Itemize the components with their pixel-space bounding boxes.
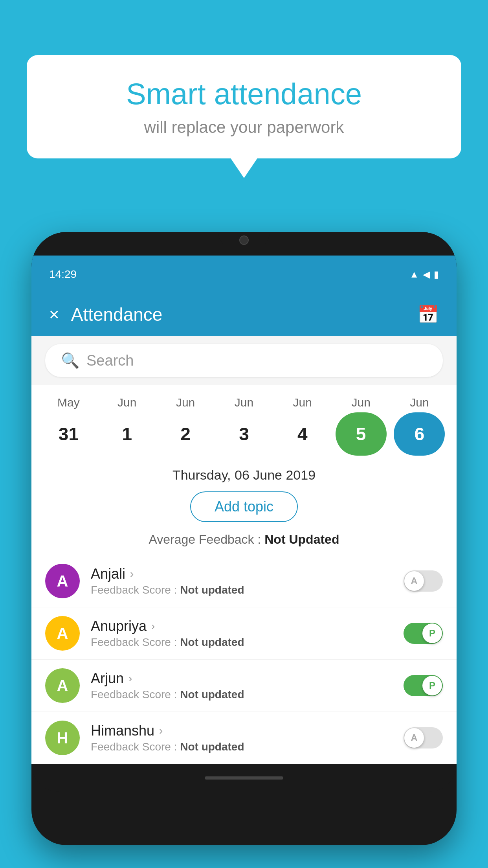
add-topic-container: Add topic bbox=[31, 487, 457, 529]
calendar-date-0[interactable]: 31 bbox=[43, 412, 94, 456]
search-icon: 🔍 bbox=[61, 352, 79, 369]
student-item-3: H Himanshu › Feedback Score : Not update… bbox=[31, 712, 457, 764]
app-bar: × Attendance 📅 bbox=[31, 293, 457, 336]
student-feedback-2: Feedback Score : Not updated bbox=[91, 688, 404, 701]
phone-top-border bbox=[31, 232, 457, 256]
attendance-toggle-0[interactable]: A bbox=[404, 570, 443, 592]
signal-icon: ◀ bbox=[423, 269, 430, 280]
phone-screen: 🔍 Search MayJunJunJunJunJunJun 31123456 … bbox=[31, 336, 457, 764]
chevron-icon-0: › bbox=[130, 568, 134, 580]
chevron-icon-1: › bbox=[151, 620, 155, 633]
toggle-knob-1: P bbox=[422, 623, 442, 643]
student-avatar-0: A bbox=[45, 564, 80, 598]
chevron-icon-3: › bbox=[159, 725, 163, 737]
app-bar-title: Attendance bbox=[71, 304, 417, 325]
student-info-2: Arjun › Feedback Score : Not updated bbox=[80, 670, 404, 701]
calendar-icon[interactable]: 📅 bbox=[417, 304, 439, 325]
student-item-1: A Anupriya › Feedback Score : Not update… bbox=[31, 607, 457, 660]
speech-bubble: Smart attendance will replace your paper… bbox=[27, 55, 461, 158]
home-indicator bbox=[205, 776, 283, 780]
calendar-month-1: Jun bbox=[101, 396, 152, 409]
attendance-toggle-1[interactable]: P bbox=[404, 623, 443, 644]
student-name-3[interactable]: Himanshu › bbox=[91, 723, 404, 739]
student-feedback-1: Feedback Score : Not updated bbox=[91, 636, 404, 649]
close-button[interactable]: × bbox=[49, 305, 59, 324]
status-icons: ▲ ◀ ▮ bbox=[409, 269, 439, 280]
calendar-month-2: Jun bbox=[160, 396, 211, 409]
average-feedback: Average Feedback : Not Updated bbox=[31, 529, 457, 555]
phone-frame: 14:29 ▲ ◀ ▮ × Attendance 📅 🔍 Search bbox=[31, 232, 457, 845]
date-numbers-row: 31123456 bbox=[39, 412, 449, 456]
phone-bottom-border bbox=[31, 764, 457, 792]
battery-icon: ▮ bbox=[434, 269, 439, 280]
student-name-1[interactable]: Anupriya › bbox=[91, 618, 404, 634]
toggle-knob-2: P bbox=[422, 676, 442, 695]
calendar-month-0: May bbox=[43, 396, 94, 409]
student-avatar-2: A bbox=[45, 668, 80, 703]
student-avatar-1: A bbox=[45, 616, 80, 651]
average-feedback-label: Average Feedback : bbox=[149, 532, 265, 546]
average-feedback-value: Not Updated bbox=[264, 532, 339, 546]
student-info-0: Anjali › Feedback Score : Not updated bbox=[80, 566, 404, 596]
student-avatar-3: H bbox=[45, 721, 80, 755]
calendar-date-5[interactable]: 5 bbox=[336, 412, 387, 456]
status-bar: 14:29 ▲ ◀ ▮ bbox=[31, 256, 457, 293]
search-bar-container: 🔍 Search bbox=[31, 336, 457, 385]
camera-dot bbox=[239, 235, 249, 245]
phone-container: 14:29 ▲ ◀ ▮ × Attendance 📅 🔍 Search bbox=[31, 232, 457, 868]
speech-bubble-container: Smart attendance will replace your paper… bbox=[27, 55, 461, 158]
attendance-toggle-3[interactable]: A bbox=[404, 727, 443, 748]
calendar-month-3: Jun bbox=[218, 396, 270, 409]
date-months-row: MayJunJunJunJunJunJun bbox=[39, 396, 449, 409]
calendar-date-2[interactable]: 2 bbox=[160, 412, 211, 456]
student-feedback-0: Feedback Score : Not updated bbox=[91, 584, 404, 596]
selected-date-text: Thursday, 06 June 2019 bbox=[31, 460, 457, 487]
calendar-date-3[interactable]: 3 bbox=[218, 412, 270, 456]
speech-bubble-subtitle: will replace your paperwork bbox=[50, 118, 438, 137]
calendar-month-4: Jun bbox=[277, 396, 328, 409]
calendar-row: MayJunJunJunJunJunJun 31123456 bbox=[31, 385, 457, 460]
student-feedback-3: Feedback Score : Not updated bbox=[91, 741, 404, 753]
student-name-2[interactable]: Arjun › bbox=[91, 670, 404, 687]
add-topic-button[interactable]: Add topic bbox=[190, 491, 298, 522]
student-list: A Anjali › Feedback Score : Not updated … bbox=[31, 555, 457, 764]
wifi-icon: ▲ bbox=[409, 269, 419, 280]
attendance-toggle-2[interactable]: P bbox=[404, 675, 443, 696]
calendar-date-1[interactable]: 1 bbox=[101, 412, 152, 456]
student-name-0[interactable]: Anjali › bbox=[91, 566, 404, 582]
toggle-knob-3: A bbox=[404, 728, 424, 748]
search-bar[interactable]: 🔍 Search bbox=[45, 344, 443, 377]
student-item-0: A Anjali › Feedback Score : Not updated … bbox=[31, 555, 457, 607]
search-input-placeholder[interactable]: Search bbox=[86, 352, 134, 369]
phone-notch bbox=[218, 232, 270, 248]
calendar-month-5: Jun bbox=[336, 396, 387, 409]
calendar-month-6: Jun bbox=[394, 396, 445, 409]
student-info-1: Anupriya › Feedback Score : Not updated bbox=[80, 618, 404, 649]
calendar-date-6[interactable]: 6 bbox=[394, 412, 445, 456]
calendar-date-4[interactable]: 4 bbox=[277, 412, 328, 456]
student-item-2: A Arjun › Feedback Score : Not updated P bbox=[31, 660, 457, 712]
status-time: 14:29 bbox=[49, 268, 77, 281]
toggle-knob-0: A bbox=[404, 571, 424, 591]
student-info-3: Himanshu › Feedback Score : Not updated bbox=[80, 723, 404, 753]
chevron-icon-2: › bbox=[128, 672, 132, 685]
speech-bubble-title: Smart attendance bbox=[50, 77, 438, 111]
